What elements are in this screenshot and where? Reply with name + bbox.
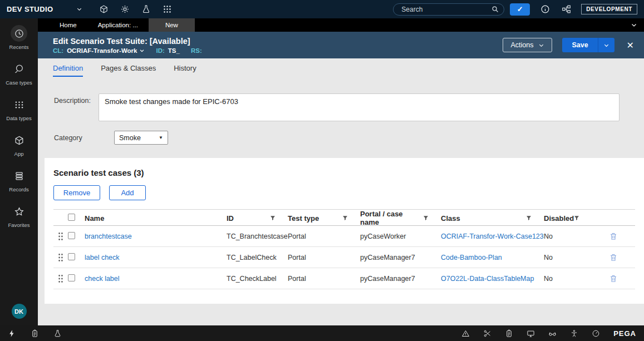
sidebar-item-favorites[interactable]: Favorites xyxy=(0,203,38,228)
remove-button[interactable]: Remove xyxy=(53,185,100,200)
tab-pages-classes[interactable]: Pages & Classes xyxy=(101,64,156,77)
delete-row-icon[interactable] xyxy=(592,274,635,283)
drag-handle-icon[interactable] xyxy=(53,232,68,241)
developer-toolbar: PEGA xyxy=(0,325,644,341)
id-value: TS_ xyxy=(168,47,180,54)
delete-row-icon[interactable] xyxy=(592,231,635,241)
tab-application[interactable]: Application: ... xyxy=(87,18,149,32)
lasso-icon xyxy=(11,61,27,77)
row-checkbox[interactable] xyxy=(68,274,75,281)
user-avatar[interactable]: DK xyxy=(12,304,27,319)
row-checkbox[interactable] xyxy=(68,232,75,239)
drag-handle-icon[interactable] xyxy=(53,274,68,283)
test-case-name-link[interactable]: check label xyxy=(85,275,227,283)
class-selector[interactable]: OCRIAF-Transfor-Work xyxy=(67,47,145,54)
sidebar-item-app[interactable]: App xyxy=(0,132,38,157)
select-all-checkbox[interactable] xyxy=(68,214,75,221)
settings-gear-icon[interactable] xyxy=(117,3,132,16)
preview-glasses-icon[interactable] xyxy=(548,329,557,338)
test-case-class-link[interactable]: O7O22L-Data-ClassTableMap xyxy=(441,275,544,283)
section-title: Scenario test cases (3) xyxy=(53,168,635,177)
test-case-id: TC_CheckLabel xyxy=(227,275,288,283)
clock-icon xyxy=(11,25,27,42)
tab-home[interactable]: Home xyxy=(49,18,87,32)
lightning-icon[interactable] xyxy=(8,329,16,338)
sidebar: Recents Case types Data types App xyxy=(0,18,38,325)
test-case-disabled: No xyxy=(544,254,592,261)
info-icon[interactable] xyxy=(539,3,551,16)
table-row: label check TC_LabelCheck Portal pyCaseM… xyxy=(53,247,635,268)
chevron-down-icon: ▼ xyxy=(159,135,163,140)
description-input[interactable]: Smoke test changes made for EPIC-6703 xyxy=(99,93,620,121)
performance-gauge-icon[interactable] xyxy=(592,329,600,338)
test-case-portal: pyCaseWorker xyxy=(360,233,441,240)
resources-cube-icon[interactable] xyxy=(96,3,111,16)
sidebar-item-label: App xyxy=(14,151,24,157)
tab-definition[interactable]: Definition xyxy=(53,64,83,77)
test-case-class-link[interactable]: Code-Bamboo-Plan xyxy=(441,254,544,261)
live-ui-icon[interactable] xyxy=(527,329,535,338)
page-title: Edit Scenario Test Suite: [Available] xyxy=(53,37,202,46)
workspace-tabstrip: Home Application: ... New xyxy=(38,18,644,32)
actions-button[interactable]: Actions xyxy=(503,38,552,52)
lab-flask-icon[interactable] xyxy=(53,329,62,338)
sidebar-item-case-types[interactable]: Case types xyxy=(0,61,38,86)
sidebar-item-data-types[interactable]: Data types xyxy=(0,96,38,121)
category-select[interactable]: Smoke ▼ xyxy=(114,131,168,145)
table-row: branchtestcase TC_Branchtestcase Portal … xyxy=(53,226,635,247)
row-checkbox[interactable] xyxy=(68,253,75,260)
delete-row-icon[interactable] xyxy=(592,253,635,262)
topbar: DEV STUDIO ✓ xyxy=(0,0,644,18)
sidebar-item-label: Data types xyxy=(6,115,31,121)
close-icon[interactable]: ✕ xyxy=(625,40,636,51)
filter-icon[interactable] xyxy=(423,215,429,221)
sidebar-item-recents[interactable]: Recents xyxy=(0,25,38,50)
checkmark-button[interactable]: ✓ xyxy=(510,3,530,16)
sidebar-item-label: Favorites xyxy=(8,222,30,228)
filter-icon[interactable] xyxy=(342,215,348,221)
test-case-type: Portal xyxy=(288,275,360,283)
dots-grid-icon xyxy=(11,96,27,113)
filter-icon[interactable] xyxy=(574,215,579,221)
test-case-name-link[interactable]: label check xyxy=(85,254,227,261)
save-dropdown-chevron-icon[interactable] xyxy=(598,38,614,52)
tracer-scissors-icon[interactable] xyxy=(483,329,491,338)
search-input[interactable] xyxy=(393,3,504,16)
table-row: check label TC_CheckLabel Portal pyCaseM… xyxy=(53,268,635,289)
tab-overflow-chevron-icon[interactable] xyxy=(631,18,637,32)
test-case-portal: pyCaseManager7 xyxy=(360,275,441,283)
accessibility-icon[interactable] xyxy=(570,329,578,338)
search-icon[interactable] xyxy=(491,5,499,13)
app-menu-button[interactable]: DEV STUDIO xyxy=(7,5,82,13)
topbar-icons xyxy=(96,3,175,16)
pega-logo: PEGA xyxy=(613,329,636,338)
tab-new[interactable]: New xyxy=(149,18,195,32)
check-icon: ✓ xyxy=(517,5,523,13)
definition-form: Description: Smoke test changes made for… xyxy=(38,77,644,145)
category-label: Category xyxy=(54,131,99,145)
sidebar-item-label: Case types xyxy=(6,80,32,86)
sidebar-item-records[interactable]: Records xyxy=(0,167,38,192)
stack-icon xyxy=(11,167,27,184)
rule-body: Description: Smoke test changes made for… xyxy=(38,77,644,325)
save-button[interactable]: Save xyxy=(562,38,598,52)
tab-history[interactable]: History xyxy=(174,64,196,77)
test-case-id: TC_Branchtestcase xyxy=(227,233,288,240)
filter-icon[interactable] xyxy=(526,215,532,221)
test-case-name-link[interactable]: branchtestcase xyxy=(85,233,227,240)
apps-grid-icon[interactable] xyxy=(159,3,175,16)
lab-flask-icon[interactable] xyxy=(138,3,154,16)
network-share-icon[interactable] xyxy=(560,3,572,16)
clipboard-tool-icon[interactable] xyxy=(505,329,513,338)
alerts-warning-icon[interactable] xyxy=(461,329,470,338)
test-case-class-link[interactable]: OCRIAF-Transfor-Work-Case123 xyxy=(441,233,544,240)
filter-icon[interactable] xyxy=(270,215,276,221)
col-disabled: Disabled xyxy=(544,214,574,223)
col-test-type: Test type xyxy=(288,214,319,223)
rs-label: RS: xyxy=(191,47,202,54)
add-button[interactable]: Add xyxy=(109,185,146,200)
environment-badge: DEVELOPMENT xyxy=(581,4,637,14)
col-class: Class xyxy=(441,214,460,223)
drag-handle-icon[interactable] xyxy=(53,253,68,262)
clipboard-icon[interactable] xyxy=(31,329,39,338)
